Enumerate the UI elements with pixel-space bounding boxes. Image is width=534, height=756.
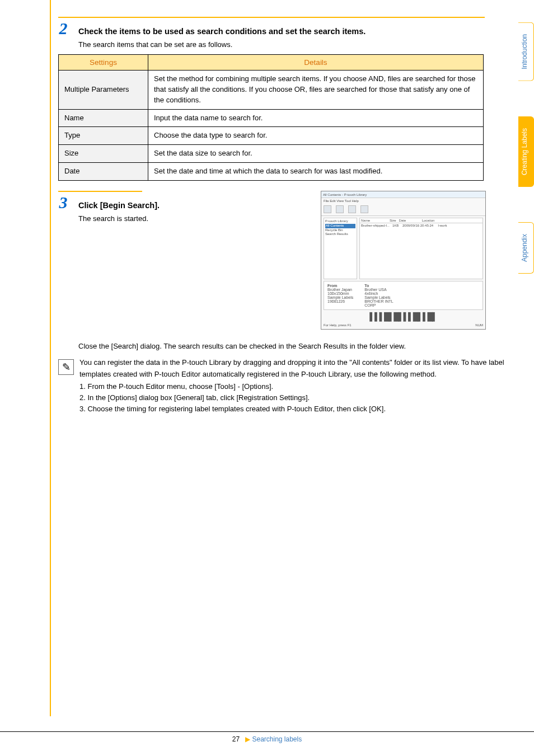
details-col-header: Details bbox=[148, 55, 484, 71]
side-tabs: Introduction Creating Labels Appendix bbox=[518, 22, 534, 309]
tab-appendix[interactable]: Appendix bbox=[518, 222, 534, 274]
row-detail: Input the data name to search for. bbox=[148, 109, 484, 127]
thumb-title-bar: All Contents - P-touch Library bbox=[321, 191, 485, 198]
note-content: You can register the data in the P-touch… bbox=[79, 357, 506, 415]
from-label: From bbox=[327, 284, 338, 288]
row-label: Size bbox=[59, 145, 148, 163]
table-row: Multiple ParametersSet the method for co… bbox=[59, 71, 484, 110]
step-3-heading: 3 Click [Begin Search]. bbox=[55, 193, 234, 212]
step-rule bbox=[58, 17, 485, 18]
row-detail: Set the method for combining multiple se… bbox=[148, 71, 484, 110]
thumb-menu: File Edit View Tool Help bbox=[324, 199, 483, 203]
row-detail: Set the data size to search for. bbox=[148, 145, 484, 163]
note-step-2: 2. In the [Options] dialog box [General]… bbox=[79, 392, 506, 403]
main-content: 2 Check the items to be used as search c… bbox=[55, 17, 486, 415]
thumb-toolbar bbox=[321, 204, 485, 216]
thumb-row: Brother-shipped-l... 1KB 2009/09/16 20:4… bbox=[360, 223, 483, 228]
row-detail: Choose the data type to search for. bbox=[148, 127, 484, 145]
table-row: DateSet the date and time at which the d… bbox=[59, 163, 484, 181]
thumb-statusbar: For Help, press F1 NUM bbox=[324, 323, 483, 327]
tree-all-contents: All Contents bbox=[325, 224, 355, 228]
left-margin-rule bbox=[49, 0, 51, 716]
table-row: TypeChoose the data type to search for. bbox=[59, 127, 484, 145]
row-label: Date bbox=[59, 163, 148, 181]
tree-root: P-touch Library bbox=[325, 219, 355, 224]
display-icon bbox=[360, 205, 368, 213]
step-3-title: Click [Begin Search]. bbox=[78, 201, 160, 210]
thumb-tree: P-touch Library All Contents Recycle Bin… bbox=[324, 218, 357, 279]
note-icon: ✎ bbox=[58, 359, 74, 375]
from-body: Brother Japan 100x150mm Sample Labels 19… bbox=[327, 288, 353, 303]
print-icon bbox=[336, 205, 344, 213]
thumb-list: Name Size Date Location Brother-shipped-… bbox=[359, 218, 483, 279]
thumb-cols: Name Size Date Location bbox=[360, 218, 483, 223]
open-icon bbox=[324, 205, 331, 213]
table-row: SizeSet the data size to search for. bbox=[59, 145, 484, 163]
post-step-text: Close the [Search] dialog. The search re… bbox=[78, 341, 486, 352]
step-rule bbox=[58, 191, 142, 192]
status-help: For Help, press F1 bbox=[324, 323, 352, 327]
row-label: Type bbox=[59, 127, 148, 145]
tree-search-results: Search Results bbox=[325, 232, 355, 237]
footer-link[interactable]: Searching labels bbox=[252, 735, 302, 743]
step-number-2: 2 bbox=[55, 19, 72, 38]
row-label: Multiple Parameters bbox=[59, 71, 148, 110]
tab-creating-labels[interactable]: Creating Labels bbox=[518, 116, 534, 187]
note-step-3: 3. Choose the timing for registering lab… bbox=[79, 403, 506, 415]
tree-recycle: Recycle Bin bbox=[325, 228, 355, 233]
arrow-icon: ▶ bbox=[245, 735, 250, 743]
barcode-icon: ▌▌▌█▌█▌▌▌█▌▌█▌ bbox=[324, 312, 483, 322]
to-label: To bbox=[364, 284, 369, 288]
step-2-sub: The search items that can be set are as … bbox=[78, 40, 486, 49]
table-row: NameInput the data name to search for. bbox=[59, 109, 484, 127]
page-footer: 27 ▶ Searching labels bbox=[0, 731, 534, 745]
thumb-preview: FromBrother Japan 100x150mm Sample Label… bbox=[324, 281, 483, 310]
step-2-title: Check the items to be used as search con… bbox=[78, 27, 366, 36]
note-step-1: 1. From the P-touch Editor menu, choose … bbox=[79, 381, 506, 392]
step-2-heading: 2 Check the items to be used as search c… bbox=[55, 19, 486, 38]
step-3-sub: The search is started. bbox=[78, 214, 234, 223]
search-icon bbox=[348, 205, 356, 213]
row-label: Name bbox=[59, 109, 148, 127]
to-body: Brother USA 4x6inch Sample Labels BROTHE… bbox=[364, 288, 393, 307]
settings-col-header: Settings bbox=[59, 55, 148, 71]
page-number: 27 bbox=[232, 735, 240, 743]
settings-table: Settings Details Multiple ParametersSet … bbox=[58, 54, 484, 181]
screenshot-thumbnail: All Contents - P-touch Library File Edit… bbox=[321, 191, 486, 330]
row-detail: Set the date and time at which the data … bbox=[148, 163, 484, 181]
tab-introduction[interactable]: Introduction bbox=[518, 22, 534, 81]
note-box: ✎ You can register the data in the P-tou… bbox=[58, 357, 506, 415]
note-intro: You can register the data in the P-touch… bbox=[79, 357, 506, 379]
step-number-3: 3 bbox=[55, 193, 72, 212]
pencil-icon: ✎ bbox=[62, 361, 71, 373]
status-num: NUM bbox=[475, 323, 483, 327]
